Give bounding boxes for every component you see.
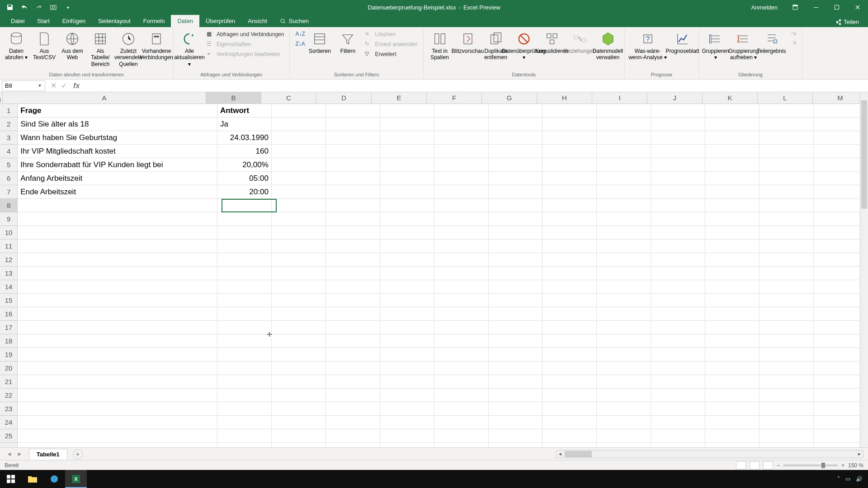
cell[interactable]: [434, 239, 489, 253]
cell[interactable]: [705, 104, 760, 117]
cell[interactable]: [272, 199, 326, 212]
cell[interactable]: [597, 389, 651, 402]
cell[interactable]: 20:00: [217, 185, 272, 199]
cell[interactable]: [380, 158, 434, 172]
cell[interactable]: [489, 402, 543, 416]
menu-layout[interactable]: Seitenlayout: [92, 15, 137, 27]
cell[interactable]: [326, 117, 380, 131]
cell[interactable]: [489, 280, 543, 294]
cell[interactable]: [217, 348, 272, 361]
cell[interactable]: [597, 280, 651, 294]
cell[interactable]: [326, 416, 380, 429]
cell[interactable]: [326, 348, 380, 361]
cell[interactable]: [272, 226, 326, 239]
cell[interactable]: Frage: [18, 104, 217, 117]
cell[interactable]: [705, 429, 760, 443]
cell[interactable]: [217, 212, 272, 226]
cell[interactable]: [380, 131, 434, 145]
cell[interactable]: [760, 131, 814, 145]
get-data-button[interactable]: Daten abrufen ▾: [3, 29, 30, 63]
cell[interactable]: [542, 117, 597, 131]
row-header[interactable]: 8: [0, 199, 18, 212]
formula-input[interactable]: [82, 80, 868, 91]
cell[interactable]: [705, 443, 760, 447]
cell[interactable]: [705, 185, 760, 199]
cell[interactable]: [18, 267, 217, 280]
cell[interactable]: Ja: [217, 117, 272, 131]
cell[interactable]: [489, 429, 543, 443]
cell[interactable]: [272, 172, 326, 185]
edit-links-button[interactable]: ⚭Verknüpfungen bearbeiten: [205, 50, 286, 59]
cell[interactable]: [380, 267, 434, 280]
cell[interactable]: [18, 321, 217, 334]
fx-icon[interactable]: fx: [71, 82, 82, 90]
cell[interactable]: [705, 402, 760, 416]
row-header[interactable]: 5: [0, 158, 18, 172]
cell[interactable]: [326, 389, 380, 402]
cell[interactable]: [705, 334, 760, 348]
cell[interactable]: [651, 294, 705, 307]
cell[interactable]: [489, 348, 543, 361]
cell[interactable]: [434, 321, 489, 334]
cell[interactable]: [542, 375, 597, 389]
cell[interactable]: [434, 348, 489, 361]
data-validation-button[interactable]: Datenüberprüfung ▾: [510, 29, 538, 63]
cell[interactable]: [651, 334, 705, 348]
cell[interactable]: [217, 226, 272, 239]
cell[interactable]: [597, 131, 651, 145]
menu-file[interactable]: Datei: [5, 15, 31, 27]
column-header[interactable]: F: [427, 92, 482, 103]
cell[interactable]: [760, 212, 814, 226]
sheet-tab[interactable]: Tabelle1: [29, 449, 67, 460]
cell[interactable]: [217, 443, 272, 447]
cell[interactable]: [489, 239, 543, 253]
cell[interactable]: [597, 429, 651, 443]
signin-button[interactable]: Anmelden: [744, 4, 785, 11]
cell[interactable]: [705, 375, 760, 389]
menu-formulas[interactable]: Formeln: [137, 15, 171, 27]
cell[interactable]: [272, 416, 326, 429]
cell[interactable]: [434, 280, 489, 294]
cell[interactable]: [434, 185, 489, 199]
tray-network-icon[interactable]: ▭: [845, 476, 850, 482]
cell[interactable]: [326, 253, 380, 267]
row-header[interactable]: 11: [0, 239, 18, 253]
cell[interactable]: [272, 348, 326, 361]
cell[interactable]: [597, 185, 651, 199]
row-header[interactable]: 6: [0, 172, 18, 185]
column-header[interactable]: J: [647, 92, 703, 103]
cell[interactable]: [542, 443, 597, 447]
cell[interactable]: [18, 416, 217, 429]
tray-chevron-icon[interactable]: ˄: [837, 476, 840, 482]
cell[interactable]: [380, 239, 434, 253]
cell[interactable]: [217, 307, 272, 321]
cell[interactable]: Ihr VIP Mitgliedschaft kostet: [18, 145, 217, 158]
cell[interactable]: [217, 294, 272, 307]
start-button[interactable]: [0, 470, 22, 488]
cell[interactable]: [489, 185, 543, 199]
cell[interactable]: [760, 389, 814, 402]
cell[interactable]: [272, 375, 326, 389]
cell[interactable]: [705, 212, 760, 226]
cell[interactable]: [542, 334, 597, 348]
cell[interactable]: [434, 117, 489, 131]
cell[interactable]: [489, 117, 543, 131]
cell[interactable]: [651, 172, 705, 185]
cell[interactable]: [272, 334, 326, 348]
cell[interactable]: [272, 253, 326, 267]
menu-review[interactable]: Überprüfen: [199, 15, 241, 27]
cell[interactable]: [326, 375, 380, 389]
cell[interactable]: [651, 307, 705, 321]
edge-icon[interactable]: [43, 470, 65, 488]
cell[interactable]: [705, 145, 760, 158]
select-all-corner[interactable]: [0, 92, 3, 103]
cell[interactable]: [217, 280, 272, 294]
sheet-next-icon[interactable]: ►: [17, 450, 23, 457]
cell[interactable]: [272, 443, 326, 447]
cell[interactable]: [597, 348, 651, 361]
cell[interactable]: [489, 443, 543, 447]
camera-icon[interactable]: [48, 2, 59, 13]
cell[interactable]: [272, 389, 326, 402]
cell[interactable]: [705, 239, 760, 253]
row-header[interactable]: 22: [0, 389, 18, 402]
